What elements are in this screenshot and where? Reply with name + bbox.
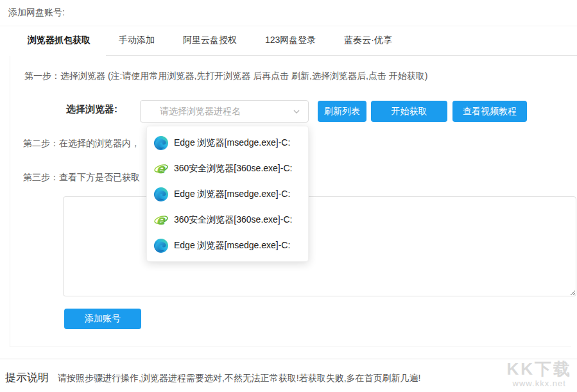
- 360-browser-icon: e: [153, 212, 169, 228]
- footer-tips-title: 提示说明: [5, 370, 49, 385]
- refresh-list-button[interactable]: 刷新列表: [318, 101, 366, 122]
- watermark-url: www.kkx.net: [506, 379, 572, 388]
- footer-tips-text: 请按照步骤进行操作,浏览器进程需要选对,不然无法正常获取!若获取失败,多在首页刷…: [58, 373, 420, 384]
- browser-select-label: 选择浏览器:: [66, 103, 117, 115]
- tab-browser-capture[interactable]: 浏览器抓包获取: [13, 35, 105, 46]
- dropdown-item-label: Edge 浏览器[msedge.exe]-C:: [174, 240, 290, 251]
- footer-separator: [0, 359, 577, 359]
- dropdown-item-label: 360安全浏览器[360se.exe]-C:: [174, 163, 292, 175]
- header-bar: 添加网盘账号:: [0, 0, 577, 26]
- tab-bar: 浏览器抓包获取 手动添加 阿里云盘授权 123网盘登录 蓝奏云·优享: [0, 26, 577, 55]
- tab-123pan-login[interactable]: 123网盘登录: [251, 35, 330, 46]
- start-capture-button[interactable]: 开始获取: [371, 101, 447, 122]
- step3-instruction: 第三步：查看下方是否已获取: [23, 172, 140, 183]
- view-video-tutorial-button[interactable]: 查看视频教程: [452, 101, 527, 122]
- step1-instruction: 第一步：选择浏览器 (注:请使用常用浏览器,先打开浏览器 后再点击 刷新,选择浏…: [24, 71, 427, 82]
- dropdown-item-browser[interactable]: Edge 浏览器[msedge.exe]-C:: [147, 130, 308, 156]
- add-netdisk-account-window: 添加网盘账号: 浏览器抓包获取 手动添加 阿里云盘授权 123网盘登录 蓝奏云·…: [0, 0, 577, 392]
- watermark-logo: KK下载: [506, 359, 572, 379]
- svg-text:e: e: [157, 161, 166, 176]
- browser-select-placeholder: 请选择浏览器进程名: [160, 106, 293, 117]
- edge-icon: [153, 187, 169, 202]
- watermark: KK下载 www.kkx.net: [506, 359, 572, 388]
- content-card-bottom-border: [10, 346, 571, 347]
- captured-accounts-textarea[interactable]: [63, 196, 576, 296]
- page-title: 添加网盘账号:: [8, 7, 65, 19]
- add-account-button[interactable]: 添加账号: [64, 309, 141, 329]
- content-card-left-border: [10, 56, 10, 346]
- edge-icon: [153, 135, 169, 151]
- browser-select[interactable]: 请选择浏览器进程名: [140, 100, 309, 123]
- dropdown-item-label: Edge 浏览器[msedge.exe]-C:: [174, 137, 290, 149]
- step2-instruction: 第二步：在选择的浏览器内，: [23, 138, 140, 149]
- svg-text:e: e: [157, 212, 166, 228]
- edge-icon: [153, 238, 169, 253]
- tab-aliyun-auth[interactable]: 阿里云盘授权: [169, 35, 251, 46]
- dropdown-item-browser[interactable]: e 360安全浏览器[360se.exe]-C:: [147, 156, 308, 182]
- dropdown-item-label: 360安全浏览器[360se.exe]-C:: [174, 214, 292, 226]
- browser-process-dropdown: Edge 浏览器[msedge.exe]-C: e 360安全浏览器[360se…: [146, 126, 309, 262]
- dropdown-item-browser[interactable]: Edge 浏览器[msedge.exe]-C:: [147, 182, 308, 207]
- tab-manual-add[interactable]: 手动添加: [105, 35, 169, 46]
- dropdown-item-label: Edge 浏览器[msedge.exe]-C:: [174, 189, 290, 200]
- dropdown-item-browser[interactable]: Edge 浏览器[msedge.exe]-C:: [147, 233, 308, 259]
- dropdown-item-browser[interactable]: e 360安全浏览器[360se.exe]-C:: [147, 207, 308, 233]
- 360-browser-icon: e: [153, 161, 169, 176]
- tab-lanzou-premium[interactable]: 蓝奏云·优享: [330, 35, 406, 46]
- tab-bar-underline: [106, 55, 577, 56]
- chevron-down-icon: [293, 108, 300, 115]
